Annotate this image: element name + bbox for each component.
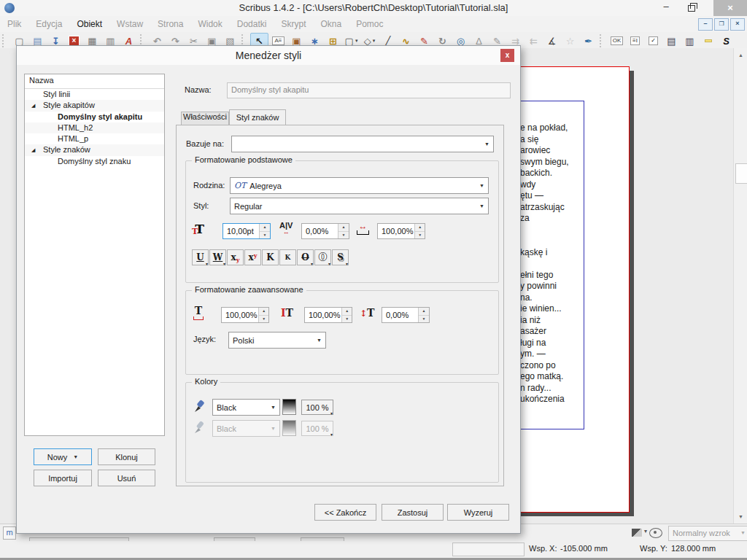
font-style-combo[interactable]: Regular (230, 198, 489, 214)
pdf-text-field-icon[interactable]: ≡I (627, 34, 643, 49)
spin-buttons[interactable] (338, 224, 349, 238)
tab-character-style[interactable]: Styl znaków (229, 109, 286, 125)
window-restore-button[interactable] (680, 0, 702, 16)
stroke-shade-button[interactable]: 100 % (301, 421, 333, 436)
done-button[interactable]: << Zakończ (314, 504, 376, 521)
tree-item-style-znaków[interactable]: Style znaków (25, 144, 164, 155)
fill-shade-button[interactable]: 100 % (301, 400, 333, 415)
spin-buttons[interactable] (258, 308, 268, 322)
reset-button[interactable]: Wyzeruj (447, 504, 509, 521)
tree-item-html_h2[interactable]: HTML_h2 (25, 122, 164, 133)
menu-item-pomoc[interactable]: Pomoc (349, 19, 390, 29)
display-mode-combo[interactable]: Normalny wzrok (668, 526, 747, 541)
tracking-spinbox[interactable]: 0,00% (301, 223, 349, 239)
all-caps-button[interactable]: K (262, 249, 279, 265)
space-width-spinbox[interactable]: 100,00% (377, 223, 425, 239)
tree-expander-icon[interactable] (31, 144, 35, 155)
spin-up-icon[interactable] (259, 308, 268, 316)
menu-item-widok[interactable]: Widok (190, 19, 229, 29)
mdi-close-button[interactable] (730, 18, 745, 31)
superscript-button[interactable]: xy (244, 249, 261, 265)
tree-item-styl-linii[interactable]: Styl linii (25, 89, 164, 100)
tab-properties[interactable]: Właściwości (181, 112, 229, 125)
underline-button[interactable]: U (192, 249, 209, 265)
eyedropper-icon[interactable]: ✒ (580, 34, 597, 49)
small-caps-button[interactable]: K (279, 249, 296, 265)
mdi-minimize-button[interactable] (698, 18, 713, 31)
spin-down-icon[interactable] (342, 316, 352, 323)
style-name-field[interactable]: Domyślny styl akapitu (227, 82, 511, 98)
window-close-button[interactable] (713, 0, 747, 16)
pdf-combobox-icon[interactable]: ▤ (663, 34, 680, 49)
menu-item-wstaw[interactable]: Wstaw (109, 19, 150, 29)
spin-up-icon[interactable] (338, 224, 349, 232)
import-style-button[interactable]: Importuj (34, 470, 92, 486)
apply-button[interactable]: Zastosuj (382, 504, 444, 521)
menu-item-dodatki[interactable]: Dodatki (230, 19, 274, 29)
font-family-combo[interactable]: OT Alegreya (230, 177, 489, 194)
image-quality-icon[interactable] (632, 529, 642, 537)
pdf-listbox-icon[interactable]: ▥ (681, 34, 698, 49)
tree-item-style-akapitów[interactable]: Style akapitów (25, 100, 164, 111)
unit-indicator[interactable]: m (3, 526, 16, 540)
pdf-push-button-icon[interactable]: OK (608, 34, 625, 49)
outline-button[interactable]: O (314, 249, 331, 265)
font-size-icon (192, 223, 204, 236)
spin-down-icon[interactable] (338, 232, 349, 239)
preview-eye-icon[interactable] (649, 528, 662, 538)
mdi-restore-button[interactable] (714, 18, 729, 31)
menu-item-okna[interactable]: Okna (313, 19, 349, 29)
spin-up-icon[interactable] (260, 224, 270, 232)
scroll-up-icon[interactable] (735, 50, 746, 61)
underline-words-button[interactable]: W (209, 249, 226, 265)
shadow-button[interactable]: S (332, 249, 349, 265)
copy-properties-icon[interactable]: ☆ (562, 34, 578, 49)
strikethrough-button[interactable]: O (297, 249, 314, 265)
menu-item-strona[interactable]: Strona (150, 19, 190, 29)
fill-color-combo[interactable]: Black (212, 399, 280, 416)
window-minimize-button[interactable] (655, 0, 677, 16)
menu-item-edycja[interactable]: Edycja (28, 19, 69, 29)
document-text-line: n rady... (520, 383, 600, 394)
dialog-titlebar[interactable]: Menedżer styli (17, 46, 520, 65)
pdf-annotation-icon[interactable] (700, 34, 716, 49)
measurements-icon[interactable]: ∡ (543, 34, 560, 49)
language-combo[interactable]: Polski (228, 332, 326, 349)
spin-buttons[interactable] (418, 308, 429, 322)
vertical-scale-spinbox[interactable]: 100,00% (304, 307, 352, 323)
insert-line-icon: ╱ (385, 36, 391, 46)
spin-up-icon[interactable] (419, 308, 429, 316)
unlink-text-frames-icon[interactable]: ⇇ (525, 34, 542, 49)
new-style-button[interactable]: Nowy (34, 448, 92, 465)
spin-buttons[interactable] (259, 224, 270, 238)
horizontal-scale-spinbox[interactable]: 100,00% (221, 307, 269, 323)
spin-down-icon[interactable] (260, 232, 270, 239)
menu-item-plik[interactable]: Plik (0, 19, 28, 29)
delete-style-button[interactable]: Usuń (98, 470, 155, 486)
baseline-offset-spinbox[interactable]: 0,00% (382, 307, 430, 323)
subscript-button[interactable]: xy (227, 249, 244, 265)
dialog-close-button[interactable] (500, 49, 514, 62)
tree-item-domyślny-styl-akapitu[interactable]: Domyślny styl akapitu (25, 112, 164, 122)
spin-up-icon[interactable] (415, 224, 425, 232)
spin-down-icon[interactable] (415, 232, 425, 239)
scrollbar-thumb[interactable] (735, 163, 747, 184)
tree-item-domyślny-styl-znaku[interactable]: Domyślny styl znaku (25, 156, 164, 167)
spin-up-icon[interactable] (342, 308, 352, 316)
clone-style-button[interactable]: Klonuj (98, 448, 155, 465)
stroke-color-combo[interactable]: Black (212, 420, 280, 437)
spin-buttons[interactable] (414, 224, 425, 238)
based-on-combo[interactable] (231, 136, 494, 152)
menu-item-skrypt[interactable]: Skrypt (274, 19, 313, 29)
tree-item-html_p[interactable]: HTML_p (25, 133, 164, 144)
pdf-link-icon[interactable]: S (718, 34, 735, 49)
font-size-spinbox[interactable]: 10,00pt (222, 223, 271, 239)
menu-item-obiekt[interactable]: Obiekt (69, 19, 109, 29)
spin-down-icon[interactable] (259, 316, 268, 323)
spin-buttons[interactable] (341, 308, 352, 322)
tree-expander-icon[interactable] (31, 100, 35, 111)
vertical-scrollbar[interactable] (733, 48, 747, 524)
scroll-down-icon[interactable] (735, 511, 746, 522)
spin-down-icon[interactable] (419, 316, 429, 323)
pdf-checkbox-icon[interactable]: ✓ (645, 34, 662, 49)
